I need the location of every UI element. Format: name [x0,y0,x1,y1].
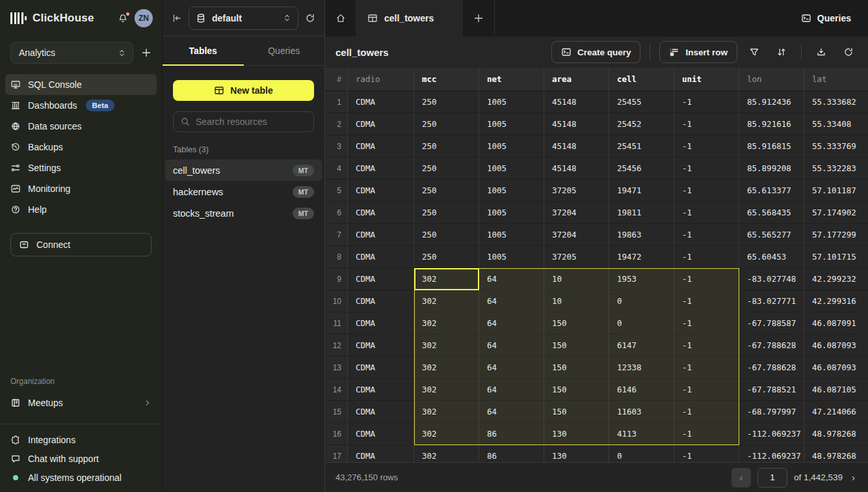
cell-net-r10[interactable]: 64 [479,290,544,312]
new-table-button[interactable]: New table [173,80,314,101]
row-number[interactable]: 12 [325,335,348,357]
cell-lat-r13[interactable]: 46.087093 [804,357,868,379]
cell-lat-r17[interactable]: 48.978268 [804,445,868,462]
cell-net-r11[interactable]: 64 [479,312,544,335]
column-header-cell[interactable]: cell [609,68,674,91]
page-input[interactable] [757,468,787,487]
cell-cell-r17[interactable]: 0 [609,445,674,462]
cell-lon-r16[interactable]: -112.069237 [739,423,804,445]
insert-row-button[interactable]: Insert row [659,41,737,63]
column-header-net[interactable]: net [479,68,544,91]
cell-lat-r11[interactable]: 46.087091 [804,312,868,335]
cell-lat-r8[interactable]: 57.101715 [804,246,868,268]
sidebar-item-help[interactable]: Help [5,199,157,220]
sidebar-item-monitoring[interactable]: Monitoring [5,178,157,199]
cell-area-r7[interactable]: 37204 [544,224,609,246]
cell-radio-r9[interactable]: CDMA [348,268,414,290]
cell-area-r9[interactable]: 10 [544,268,609,290]
cell-mcc-r1[interactable]: 250 [414,91,479,113]
cell-area-r10[interactable]: 10 [544,290,609,312]
cell-unit-r17[interactable]: -1 [674,445,739,462]
sort-button[interactable] [771,42,792,62]
cell-mcc-r9[interactable]: 302 [414,268,479,290]
cell-net-r5[interactable]: 1005 [479,180,544,202]
row-number[interactable]: 3 [325,135,348,157]
cell-lat-r10[interactable]: 42.299316 [804,290,868,312]
cell-mcc-r17[interactable]: 302 [414,445,479,462]
cell-lat-r9[interactable]: 42.299232 [804,268,868,290]
cell-lon-r8[interactable]: 65.60453 [739,246,804,268]
row-number[interactable]: 9 [325,268,348,290]
cell-net-r16[interactable]: 86 [479,423,544,445]
cell-lat-r6[interactable]: 57.174902 [804,202,868,224]
prev-page-button[interactable]: ‹ [731,468,751,487]
cell-radio-r10[interactable]: CDMA [348,290,414,312]
tab-tables[interactable]: Tables [163,36,244,65]
cell-mcc-r12[interactable]: 302 [414,335,479,357]
cell-unit-r10[interactable]: -1 [674,290,739,312]
row-number[interactable]: 16 [325,423,348,445]
add-workspace-button[interactable] [141,48,151,58]
workspace-selector[interactable]: Analytics [10,42,133,64]
cell-mcc-r15[interactable]: 302 [414,401,479,423]
cell-lat-r15[interactable]: 47.214066 [804,401,868,423]
cell-unit-r4[interactable]: -1 [674,157,739,180]
cell-unit-r16[interactable]: -1 [674,423,739,445]
cell-radio-r6[interactable]: CDMA [348,202,414,224]
cell-lat-r2[interactable]: 55.33408 [804,113,868,135]
cell-mcc-r6[interactable]: 250 [414,202,479,224]
cell-lon-r13[interactable]: -67.788628 [739,357,804,379]
cell-lon-r10[interactable]: -83.027771 [739,290,804,312]
cell-mcc-r8[interactable]: 250 [414,246,479,268]
row-number[interactable]: 1 [325,91,348,113]
table-list-item-cell_towers[interactable]: cell_towersMT [165,159,322,181]
column-header-mcc[interactable]: mcc [414,68,479,91]
cell-lon-r15[interactable]: -68.797997 [739,401,804,423]
cell-area-r5[interactable]: 37205 [544,180,609,202]
cell-radio-r13[interactable]: CDMA [348,357,414,379]
row-number[interactable]: 4 [325,157,348,180]
refresh-grid-button[interactable] [838,42,859,62]
cell-unit-r12[interactable]: -1 [674,335,739,357]
cell-unit-r13[interactable]: -1 [674,357,739,379]
cell-radio-r7[interactable]: CDMA [348,224,414,246]
cell-unit-r8[interactable]: -1 [674,246,739,268]
cell-area-r16[interactable]: 130 [544,423,609,445]
cell-net-r15[interactable]: 64 [479,401,544,423]
cell-cell-r6[interactable]: 19811 [609,202,674,224]
cell-net-r6[interactable]: 1005 [479,202,544,224]
cell-cell-r7[interactable]: 19863 [609,224,674,246]
cell-radio-r4[interactable]: CDMA [348,157,414,180]
cell-area-r17[interactable]: 130 [544,445,609,462]
cell-net-r7[interactable]: 1005 [479,224,544,246]
cell-mcc-r13[interactable]: 302 [414,357,479,379]
cell-mcc-r10[interactable]: 302 [414,290,479,312]
cell-radio-r11[interactable]: CDMA [348,312,414,335]
cell-radio-r5[interactable]: CDMA [348,180,414,202]
cell-net-r9[interactable]: 64 [479,268,544,290]
cell-area-r2[interactable]: 45148 [544,113,609,135]
cell-lon-r17[interactable]: -112.069237 [739,445,804,462]
row-number[interactable]: 2 [325,113,348,135]
cell-net-r2[interactable]: 1005 [479,113,544,135]
cell-area-r8[interactable]: 37205 [544,246,609,268]
cell-lat-r3[interactable]: 55.333769 [804,135,868,157]
cell-cell-r3[interactable]: 25451 [609,135,674,157]
column-header-radio[interactable]: radio [348,68,414,91]
cell-net-r3[interactable]: 1005 [479,135,544,157]
cell-area-r3[interactable]: 45148 [544,135,609,157]
search-input[interactable] [196,116,307,127]
cell-cell-r1[interactable]: 25455 [609,91,674,113]
create-query-button[interactable]: Create query [551,41,641,63]
new-tab-button[interactable] [463,0,494,36]
sidebar-item-dashboards[interactable]: DashboardsBeta [5,95,157,116]
cell-lat-r14[interactable]: 46.087105 [804,379,868,401]
cell-net-r17[interactable]: 86 [479,445,544,462]
search-resources[interactable] [173,111,314,132]
row-number[interactable]: 8 [325,246,348,268]
cell-area-r4[interactable]: 45148 [544,157,609,180]
cell-radio-r3[interactable]: CDMA [348,135,414,157]
cell-net-r14[interactable]: 64 [479,379,544,401]
cell-lon-r11[interactable]: -67.788587 [739,312,804,335]
sidebar-item-settings[interactable]: Settings [5,157,157,178]
